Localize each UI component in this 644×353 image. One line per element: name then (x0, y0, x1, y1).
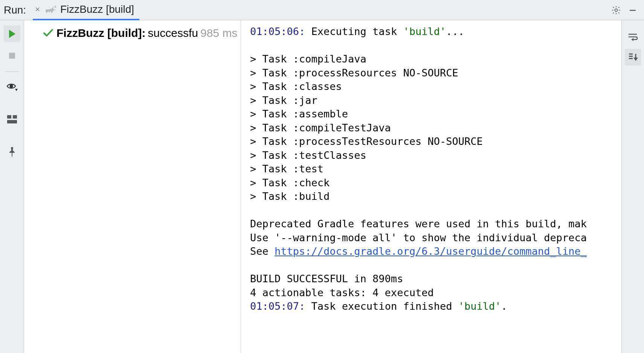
svg-point-4 (10, 85, 12, 88)
console-line: 4 actionable tasks: 4 executed (250, 287, 434, 298)
svg-rect-11 (629, 56, 633, 57)
console-line: > Task :test (250, 163, 324, 175)
svg-rect-8 (7, 120, 17, 123)
build-tree[interactable]: FizzBuzz [build]: successfu 985 ms (24, 20, 241, 353)
console-line: Executing task (311, 26, 403, 37)
gradle-icon (45, 5, 56, 14)
svg-marker-5 (15, 89, 18, 91)
run-tab[interactable]: × FizzBuzz [build] (33, 0, 139, 20)
svg-rect-10 (629, 53, 633, 55)
gear-icon[interactable] (608, 2, 624, 18)
console-line: . (501, 300, 507, 312)
console-line: 01:05:07: (250, 300, 311, 312)
console-line: 01:05:06: (250, 26, 311, 37)
console-line: > Task :assemble (250, 108, 348, 120)
console-line: Deprecated Gradle features were used in … (250, 218, 587, 230)
svg-rect-3 (9, 53, 15, 59)
console-line: > Task :processResources NO-SOURCE (250, 67, 458, 79)
success-check-icon (43, 29, 53, 38)
run-icon[interactable] (4, 26, 20, 42)
run-toolbar-left (0, 20, 24, 353)
layout-icon[interactable] (4, 111, 20, 128)
svg-rect-7 (13, 115, 17, 119)
build-name: FizzBuzz [build]: (56, 27, 146, 40)
console-line: > Task :jar (250, 94, 317, 106)
console-line: > Task :classes (250, 81, 342, 92)
console-line: > Task :compileJava (250, 53, 366, 65)
svg-marker-9 (631, 38, 633, 41)
softwrap-icon[interactable] (625, 29, 641, 45)
console-line: 'build' (403, 26, 446, 37)
svg-marker-13 (633, 58, 638, 61)
stop-icon[interactable] (4, 47, 20, 64)
docs-link[interactable]: https://docs.gradle.org/6.3/userguide/co… (275, 245, 587, 257)
console-line: > Task :processTestResources NO-SOURCE (250, 135, 483, 147)
svg-rect-12 (629, 58, 633, 59)
console-line: > Task :testClasses (250, 149, 366, 161)
console-line: > Task :compileTestJava (250, 122, 391, 134)
scroll-to-end-icon[interactable] (625, 49, 641, 65)
run-tab-title: FizzBuzz [build] (60, 3, 134, 15)
show-icon[interactable] (4, 79, 20, 95)
minimize-icon[interactable] (624, 2, 641, 18)
console-toolbar-right (621, 20, 644, 353)
console-line: > Task :check (250, 177, 330, 189)
separator (5, 72, 19, 72)
console-line: > Task :build (250, 190, 330, 202)
build-time: 985 ms (200, 27, 237, 40)
svg-marker-2 (9, 30, 15, 38)
console-line: Use '--warning-mode all' to show the ind… (250, 232, 587, 243)
console-line: 'build' (458, 300, 501, 312)
build-tree-row[interactable]: FizzBuzz [build]: successfu 985 ms (43, 26, 237, 41)
run-label: Run: (4, 4, 26, 16)
svg-rect-6 (7, 115, 11, 119)
console-line: Task execution finished (311, 300, 458, 312)
console-line: See (250, 245, 275, 257)
console-line: ... (446, 26, 464, 37)
build-status: successfu (148, 27, 198, 40)
svg-rect-1 (630, 10, 636, 11)
build-console[interactable]: 01:05:06: Executing task 'build'... > Ta… (241, 20, 621, 353)
run-panel-header: Run: × FizzBuzz [build] (0, 0, 644, 20)
svg-point-0 (615, 9, 618, 11)
console-line: BUILD SUCCESSFUL in 890ms (250, 273, 403, 285)
close-icon[interactable]: × (35, 5, 40, 14)
pin-icon[interactable] (4, 143, 20, 160)
